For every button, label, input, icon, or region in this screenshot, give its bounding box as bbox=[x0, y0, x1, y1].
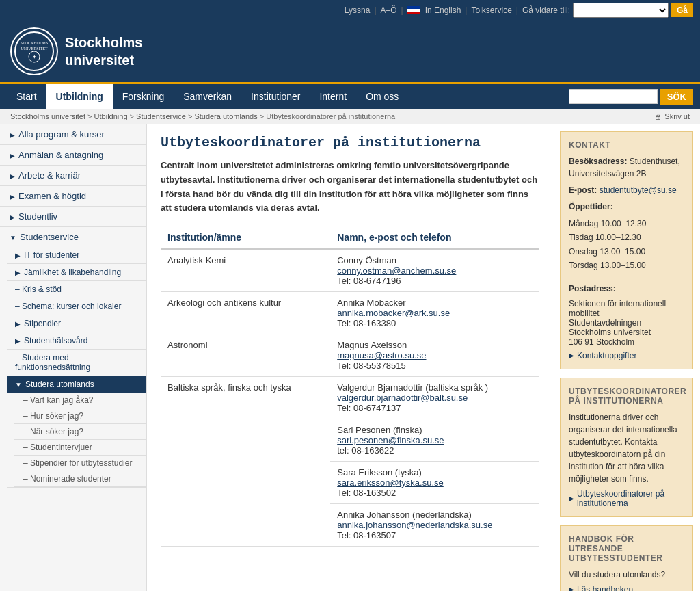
print-link[interactable]: 🖨 Skriv ut bbox=[654, 112, 690, 120]
handbook-box: Handbok för utresande utbytesstudenter V… bbox=[560, 525, 693, 591]
sidebar-item-arbete[interactable]: ▶Arbete & karriär bbox=[0, 166, 146, 186]
contact-cell: Valgerdur Bjarnadottir (baltiska språk )… bbox=[330, 377, 539, 419]
contact-phone: Tel: 08-163380 bbox=[337, 318, 396, 328]
contact-email[interactable]: magnusa@astro.su.se bbox=[337, 350, 426, 360]
contact-name: Valgerdur Bjarnadottir (baltiska språk ) bbox=[337, 382, 488, 393]
contact-name: Sara Eriksson (tyska) bbox=[337, 467, 422, 477]
hours-list: Måndag 10.00–12.30Tisdag 10.00–12.30Onsd… bbox=[569, 217, 684, 273]
az-link[interactable]: A–Ö bbox=[381, 5, 397, 15]
contact-box: KONTAKT Besöksadress: Studenthuset, Univ… bbox=[560, 131, 693, 369]
sidebar-item-stipendier[interactable]: ▶Stipendier bbox=[7, 315, 146, 332]
contact-name: Conny Östman bbox=[337, 255, 396, 265]
site-name: Stockholms universitet bbox=[65, 34, 142, 69]
goto-label: Gå vidare till: bbox=[522, 5, 570, 15]
header: STOCKHOLMS UNIVERSITET ✦ Stockholms univ… bbox=[0, 21, 700, 82]
breadcrumb-text: Stockholms universitet > Utbildning > St… bbox=[10, 112, 395, 120]
table-row: Analytisk KemiConny Östmanconny.ostman@a… bbox=[161, 249, 539, 292]
sidebar-item-studentservice[interactable]: ▼Studentservice ▶IT för studenter ▶Jämli… bbox=[0, 227, 146, 488]
post-line: Studentavdelningen bbox=[569, 318, 684, 328]
nav-forskning[interactable]: Forskning bbox=[113, 84, 174, 109]
contact-email[interactable]: valgerdur.bjarnadottir@balt.su.se bbox=[337, 393, 468, 403]
nav-omoss[interactable]: Om oss bbox=[356, 84, 408, 109]
contact-cell: Sara Eriksson (tyska)sara.eriksson@tyska… bbox=[330, 462, 539, 504]
search-button[interactable]: SÖK bbox=[660, 89, 693, 105]
table-header-row: Institution/ämne Namn, e-post och telefo… bbox=[161, 226, 539, 249]
goto-select[interactable] bbox=[573, 3, 669, 18]
sidebar-item-jamlikhet[interactable]: ▶Jämlikhet & likabehandling bbox=[7, 264, 146, 281]
contact-email[interactable]: annika.johansson@nederlandska.su.se bbox=[337, 520, 492, 530]
goto-container: Gå vidare till: Gå bbox=[522, 3, 693, 18]
main-content: Utbyteskoordinatorer på institutionerna … bbox=[147, 124, 553, 591]
sidebar-item-studera-utomlands[interactable]: ▼Studera utomlands – Vart kan jag åka? –… bbox=[7, 376, 146, 488]
contact-phone: Tel: 08-163502 bbox=[337, 488, 396, 498]
post-line: 106 91 Stockholm bbox=[569, 337, 684, 347]
sidebar-item-kris[interactable]: – Kris & stöd bbox=[7, 281, 146, 298]
english-link[interactable]: In English bbox=[425, 5, 461, 15]
sidebar-right: KONTAKT Besöksadress: Studenthuset, Univ… bbox=[553, 124, 700, 591]
handbook-link-area: ▶ Läs handboken bbox=[569, 585, 684, 591]
sep2: | bbox=[401, 5, 403, 15]
table-row: Baltiska språk, finska och tyskaValgerdu… bbox=[161, 377, 539, 419]
post-label: Postadress: bbox=[569, 283, 684, 295]
sidebar-item-anmalan[interactable]: ▶Anmälan & antagning bbox=[0, 145, 146, 166]
contact-name: Sari Pesonen (finska) bbox=[337, 425, 422, 435]
breadcrumb-su[interactable]: Stockholms universitet bbox=[10, 112, 85, 120]
col-contact: Namn, e-post och telefon bbox=[330, 226, 539, 249]
sidebar-item-schema[interactable]: – Schema: kurser och lokaler bbox=[7, 298, 146, 315]
nav-start[interactable]: Start bbox=[7, 84, 46, 109]
nav-samverkan[interactable]: Samverkan bbox=[174, 84, 241, 109]
post-line: Stockholms universitet bbox=[569, 328, 684, 337]
sidebar-item-funktions[interactable]: – Studera med funktionsnedsättning bbox=[7, 350, 146, 376]
contact-email[interactable]: sari.pesonen@finska.su.se bbox=[337, 435, 444, 445]
exchange-box-title: Utbyteskoordinatorer på institutionerna bbox=[569, 386, 684, 406]
top-bar: Lyssna | A–Ö | In English | Tolkservice … bbox=[0, 0, 700, 21]
post-lines: Sektionen för internationell mobilitetSt… bbox=[569, 299, 684, 347]
email-link[interactable]: studentutbyte@su.se bbox=[600, 185, 677, 195]
hours-field: Öppettider: bbox=[569, 200, 684, 213]
table-row: Arkeologi och antikens kulturAnnika Moba… bbox=[161, 292, 539, 334]
sidebar-item-nar[interactable]: – När söker jag? bbox=[14, 424, 146, 440]
sep4: | bbox=[516, 5, 518, 15]
hours-row-item: Måndag 10.00–12.30 bbox=[569, 217, 684, 231]
sidebar-item-it[interactable]: ▶IT för studenter bbox=[7, 247, 146, 264]
sidebar-item-intervjuer[interactable]: – Studentintervjuer bbox=[14, 440, 146, 456]
sep1: | bbox=[374, 5, 376, 15]
nav-internt[interactable]: Internt bbox=[310, 84, 356, 109]
contact-box-title: KONTAKT bbox=[569, 140, 684, 150]
breadcrumb-studera[interactable]: Studera utomlands bbox=[194, 112, 257, 120]
contact-phone: Tel: 08-163507 bbox=[337, 530, 396, 540]
sidebar-item-alla-program[interactable]: ▶Alla program & kurser bbox=[0, 124, 146, 145]
sidebar-item-examen[interactable]: ▶Examen & högtid bbox=[0, 186, 146, 207]
search-input[interactable] bbox=[569, 89, 658, 104]
sidebar-item-stipendier-utbyte[interactable]: – Stipendier för utbytesstudier bbox=[14, 456, 146, 471]
breadcrumb-studentservice[interactable]: Studentservice bbox=[136, 112, 186, 120]
contact-email[interactable]: sara.eriksson@tyska.su.se bbox=[337, 477, 444, 488]
contact-email[interactable]: conny.ostman@anchem.su.se bbox=[337, 265, 456, 276]
main-nav: Start Utbildning Forskning Samverkan Ins… bbox=[0, 82, 700, 109]
contact-cell: Magnus Axelssonmagnusa@astro.su.seTel: 0… bbox=[330, 334, 539, 377]
sidebar-item-studentliv[interactable]: ▶Studentliv bbox=[0, 207, 146, 227]
sidebar-item-halso[interactable]: ▶Studenthälsovård bbox=[7, 332, 146, 350]
contact-name: Magnus Axelsson bbox=[337, 340, 407, 350]
contact-cell: Sari Pesonen (finska)sari.pesonen@finska… bbox=[330, 419, 539, 462]
sidebar-item-nominerade[interactable]: – Nominerade studenter bbox=[14, 471, 146, 487]
breadcrumb-utbildning[interactable]: Utbildning bbox=[94, 112, 128, 120]
exchange-link[interactable]: Utbyteskoordinatorer på institutionerna bbox=[577, 489, 684, 508]
sidebar-item-hur[interactable]: – Hur söker jag? bbox=[14, 408, 146, 424]
page-title: Utbyteskoordinatorer på institutionerna bbox=[161, 135, 539, 150]
svg-text:UNIVERSITET: UNIVERSITET bbox=[21, 47, 48, 51]
handbook-link[interactable]: Läs handboken bbox=[577, 585, 633, 591]
intro-text: Centralt inom universitetet administrera… bbox=[161, 159, 539, 215]
contact-email[interactable]: annika.mobacker@ark.su.se bbox=[337, 308, 450, 318]
tolkservice-link[interactable]: Tolkservice bbox=[471, 5, 511, 15]
nav-institutioner[interactable]: Institutioner bbox=[241, 84, 310, 109]
listen-link[interactable]: Lyssna bbox=[345, 5, 371, 15]
kontakt-link[interactable]: Kontaktuppgifter bbox=[577, 351, 636, 360]
contacts-tbody: Analytisk KemiConny Östmanconny.ostman@a… bbox=[161, 249, 539, 547]
arrow-icon3: ▶ bbox=[569, 586, 574, 591]
nav-utbildning[interactable]: Utbildning bbox=[46, 84, 113, 109]
goto-button[interactable]: Gå bbox=[671, 3, 693, 17]
exchange-link-area: ▶ Utbyteskoordinatorer på institutionern… bbox=[569, 489, 684, 508]
exchange-box: Utbyteskoordinatorer på institutionerna … bbox=[560, 378, 693, 517]
sidebar-item-vart[interactable]: – Vart kan jag åka? bbox=[14, 393, 146, 408]
